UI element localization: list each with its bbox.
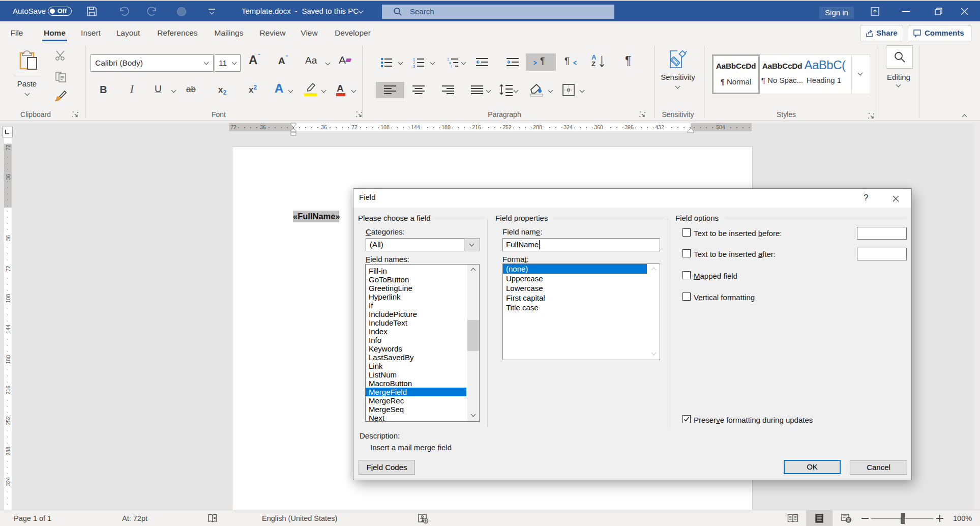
svg-text:1: 1 — [447, 57, 449, 61]
svg-text:a: a — [449, 61, 451, 65]
svg-text:i: i — [451, 65, 452, 68]
svg-text:3: 3 — [413, 64, 415, 68]
